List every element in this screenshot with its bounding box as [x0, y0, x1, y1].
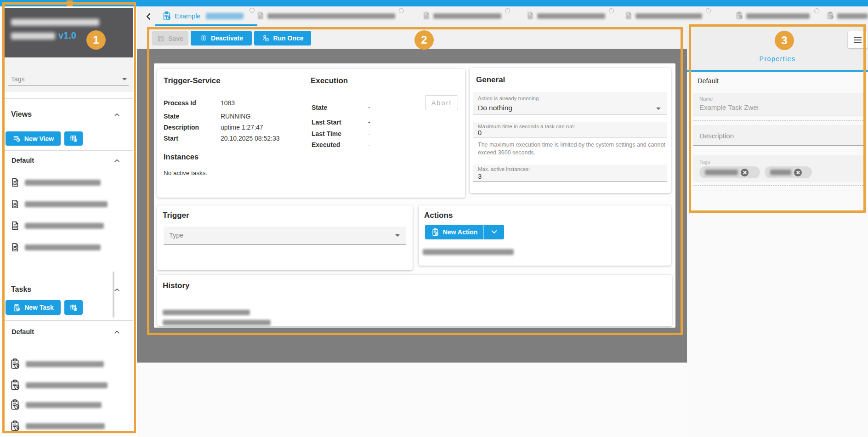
- tab-blurred[interactable]: [826, 6, 868, 26]
- tab-close-icon[interactable]: [505, 8, 510, 13]
- annotation-box-2: [147, 27, 683, 335]
- tab-active-label: Example: [175, 12, 200, 20]
- tab-document-icon: [624, 11, 633, 20]
- tab-document-icon: [526, 11, 534, 20]
- clipboard-clock-icon: [162, 11, 172, 21]
- tab-clipboard-icon: [826, 11, 834, 20]
- top-bar-annotation-gap: [67, 0, 73, 6]
- workspace-lower-area: [137, 363, 687, 437]
- tab-label-blurred: [746, 13, 810, 19]
- tab-active-example[interactable]: Example: [155, 6, 257, 26]
- tab-label-blurred: [537, 13, 605, 19]
- tab-bar: Example: [137, 6, 868, 26]
- annotation-marker-1-number: 1: [93, 34, 99, 46]
- tab-document-icon: [422, 11, 431, 20]
- back-chevron-icon[interactable]: [143, 11, 154, 22]
- tab-blurred[interactable]: [624, 6, 714, 26]
- tab-blurred[interactable]: [735, 6, 823, 26]
- tab-label-blurred: [267, 13, 395, 19]
- annotation-marker-1: 1: [86, 30, 106, 50]
- app-window: v1.0 Tags Views New View Default: [0, 0, 868, 437]
- tab-label-blurred: [433, 13, 501, 19]
- annotation-marker-3-number: 3: [781, 34, 787, 47]
- tab-label-blurred: [837, 13, 868, 19]
- tab-blurred[interactable]: [422, 6, 514, 26]
- annotation-marker-2-number: 2: [421, 34, 427, 46]
- tab-close-icon[interactable]: [250, 8, 255, 13]
- annotation-marker-2: 2: [414, 30, 434, 50]
- annotation-box-1: [2, 2, 136, 433]
- tab-blurred[interactable]: [256, 6, 408, 26]
- tab-close-icon[interactable]: [609, 8, 614, 13]
- tab-document-icon: [256, 11, 265, 20]
- tab-label-blurred: [635, 13, 702, 19]
- tab-active-suffix-blurred: [206, 13, 244, 19]
- tab-blurred[interactable]: [526, 6, 618, 26]
- annotation-box-3: [689, 24, 866, 213]
- tab-close-icon[interactable]: [814, 8, 819, 13]
- tab-close-icon[interactable]: [399, 8, 404, 13]
- annotation-marker-3: 3: [775, 31, 794, 50]
- tab-close-icon[interactable]: [706, 8, 711, 13]
- tab-clipboard-icon: [735, 11, 743, 20]
